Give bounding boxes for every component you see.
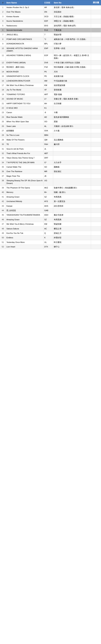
- cell-item: 介大蓬: [53, 128, 91, 133]
- cell-name: Carisel Waltz The: [6, 165, 44, 169]
- table-row: 21HAPPY BIRTHDAY TO YOUAH生日快樂: [0, 101, 101, 106]
- cell-num: 47: [0, 222, 6, 226]
- table-row: 12EVERYTHING (MISIA)DV8十年前·日劇·大和拜金女·主題曲: [0, 60, 101, 65]
- cell-num: 43: [0, 204, 6, 208]
- cell-code: EKS: [44, 24, 53, 28]
- table-row: 47We Wish You A Merry ChristmasKM聖誕快樂: [0, 222, 101, 226]
- cell-qty: [91, 74, 101, 78]
- cell-num: 17: [0, 83, 6, 88]
- cell-name: Sleeping Beauty,The OP. 66 (Once Upon A …: [6, 178, 44, 186]
- cell-item: 威風進行曲（卡通·我們這一天·主題曲）: [53, 37, 91, 42]
- cell-num: 7: [0, 32, 6, 37]
- cell-num: 37: [0, 174, 6, 178]
- cell-qty: [91, 5, 101, 10]
- table-row: 1Heiden Roslien No.3. Op.3AR新花環（電車·海角仙境）: [0, 5, 101, 10]
- cell-name: Sennok Azeninatte: [6, 28, 44, 32]
- cell-num: 20: [0, 97, 6, 101]
- cell-name: Magic Flute The: [6, 174, 44, 178]
- cell-code: JL: [44, 147, 53, 151]
- cell-num: 44: [0, 208, 6, 213]
- cell-num: 31: [0, 147, 6, 151]
- cell-code: LY: [44, 97, 53, 101]
- cell-num: 49: [0, 231, 6, 235]
- cell-qty: [91, 213, 101, 217]
- cell-item: 祝你聖誕快樂: [53, 83, 91, 88]
- cell-num: 30: [0, 142, 6, 147]
- cell-code: K1: [44, 106, 53, 110]
- cell-qty: [91, 169, 101, 174]
- cell-qty: [91, 240, 101, 244]
- cell-num: 42: [0, 199, 6, 204]
- cell-code: DTX: [44, 245, 53, 249]
- cell-qty: [91, 190, 101, 194]
- cell-name: Endless: [6, 236, 44, 240]
- cell-num: 9: [0, 42, 6, 46]
- cell-num: 11: [0, 53, 6, 60]
- cell-name: 雲上的花冠: [6, 208, 44, 213]
- cell-num: 52: [0, 245, 6, 249]
- table-row: 39The Phantom Of The OperaAKZ歌劇半夢幻（勁低藝爾·…: [0, 186, 101, 190]
- cell-num: 25: [0, 120, 6, 124]
- cell-num: 48: [0, 226, 6, 231]
- cell-code: UL: [44, 240, 53, 244]
- table-row: 35Carisel Waltz TheSO圓舞曲: [0, 165, 101, 169]
- cell-item: 普世歡騰: [53, 88, 91, 92]
- cell-num: 4: [0, 19, 6, 24]
- cell-qty: [91, 174, 101, 178]
- cell-item: 魔女宅急便: [53, 213, 91, 217]
- cell-name: Over The Rainbow: [6, 169, 44, 174]
- item-table: # Item Name CODE Item No 庫存量 1Heiden Ros…: [0, 0, 101, 249]
- cell-name: YASASHISANI TSUTSUMARETANARA: [6, 213, 44, 217]
- cell-num: 23: [0, 110, 6, 115]
- cell-item: 天鵝湖（朵花朵柳·第3）: [53, 124, 91, 128]
- cell-item: 彩虹彼紅: [53, 169, 91, 174]
- cell-num: 50: [0, 236, 6, 240]
- cell-num: 38: [0, 178, 6, 186]
- table-row: 29Waltz Of The FlowersQM花之圓舞曲: [0, 138, 101, 142]
- cell-qty: [91, 236, 101, 240]
- table-row: 7JINGLE BELL7聖誕好聲: [0, 32, 101, 37]
- cell-code: SO: [44, 165, 53, 169]
- cell-qty: [91, 10, 101, 14]
- cell-qty: [91, 120, 101, 124]
- cell-item: 月河: [53, 70, 91, 74]
- cell-item: 第一次愛至染: [53, 199, 91, 204]
- cell-code: PE: [44, 74, 53, 78]
- cell-qty: [91, 222, 101, 226]
- cell-code: AYS: [44, 199, 53, 204]
- col-header-item: Item No: [53, 0, 91, 5]
- cell-code: FAH: [44, 142, 53, 147]
- cell-item: 千萬花過: [53, 28, 91, 32]
- cell-code: EDF: [44, 19, 53, 24]
- cell-item: 世界唯一的花: [53, 46, 91, 53]
- cell-num: 45: [0, 213, 6, 217]
- cell-code: AH: [44, 101, 53, 106]
- cell-code: ASH: [44, 213, 53, 217]
- table-row: 33Tokyo Disney Sea Theme Song 7DRT: [0, 156, 101, 160]
- cell-code: FSZ: [44, 65, 53, 70]
- cell-qty: [91, 37, 101, 42]
- cell-name: DORAEMONNOUTA: [6, 42, 44, 46]
- cell-code: AC: [44, 226, 53, 231]
- cell-name: JINGLE BELL: [6, 32, 44, 37]
- cell-qty: [91, 70, 101, 74]
- main-table-container: # Item Name CODE Item No 庫存量 1Heiden Ros…: [0, 0, 101, 249]
- cell-item: 昨日重現: [53, 240, 91, 244]
- cell-code: SZ: [44, 217, 53, 222]
- cell-name: Memory: [6, 190, 44, 194]
- cell-item: 電影·龍貓: [53, 92, 91, 96]
- cell-qty: [91, 151, 101, 156]
- cell-name: Kimiwo Nosete: [6, 14, 44, 19]
- cell-num: 15: [0, 74, 6, 78]
- cell-num: 33: [0, 156, 6, 160]
- cell-num: 36: [0, 169, 6, 174]
- cell-qty: [91, 208, 101, 213]
- cell-qty: [91, 204, 101, 208]
- cell-name: Over The Waves: [6, 10, 44, 14]
- table-row: 6Sennok AzeninatteFLG千萬花過: [0, 28, 101, 32]
- cell-item: 嫩大郎: [53, 142, 91, 147]
- cell-code: VF: [44, 88, 53, 92]
- cell-item: 圓舞曲: [53, 165, 91, 169]
- cell-item: [53, 106, 91, 110]
- cell-item: [53, 147, 91, 151]
